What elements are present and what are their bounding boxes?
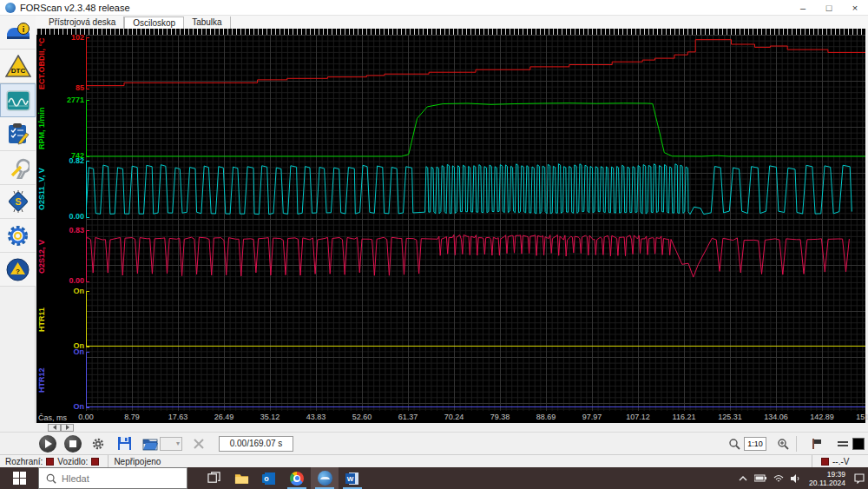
help-icon: ? [6, 258, 30, 281]
stop-button[interactable] [64, 435, 82, 453]
task-view-button[interactable] [200, 467, 227, 489]
channel-max-O2S11: 0.82 [49, 156, 84, 165]
time-tick: 125.31 [714, 413, 746, 421]
clock-date: 20.11.2024 [809, 479, 845, 487]
play-button[interactable] [39, 435, 56, 453]
delete-icon [193, 438, 205, 450]
stop-icon [69, 440, 76, 447]
battery-icon[interactable] [754, 474, 766, 482]
lines-icon [837, 438, 849, 450]
save-button[interactable] [115, 434, 134, 453]
maximize-button[interactable]: □ [816, 0, 842, 16]
title-bar: FORScan v2.3.48 release – □ × [0, 0, 868, 16]
signal-select-dropdown[interactable]: ▾ [160, 437, 182, 451]
sidebar-item-programming[interactable]: S [0, 185, 36, 219]
zoom-in-button[interactable] [773, 434, 792, 453]
action-center-icon[interactable] [854, 473, 865, 484]
minimize-button[interactable]: – [790, 0, 816, 16]
start-button[interactable] [0, 467, 38, 489]
time-tick: 142.89 [806, 413, 838, 421]
zoom-out-icon [728, 438, 741, 451]
background-color-swatch[interactable] [852, 438, 865, 450]
scroll-left-button[interactable] [48, 424, 61, 432]
channel-label-HTR11: HTR11 [37, 291, 49, 347]
sidebar-item-service[interactable] [0, 151, 36, 185]
trace-HTR12 [86, 352, 865, 408]
service-icon [7, 156, 30, 179]
forscan-window: FORScan v2.3.48 release – □ × iDTCS? Pří… [0, 0, 868, 489]
trace-HTR11 [86, 291, 865, 347]
channel-min-O2S12: 0.00 [49, 276, 84, 285]
channel-max-O2S12: 0.83 [49, 226, 84, 235]
sidebar: iDTCS? [0, 16, 36, 467]
time-tick: 0.00 [70, 413, 102, 421]
trace-O2S12 [86, 230, 865, 282]
open-button[interactable] [141, 434, 160, 453]
search-input[interactable] [62, 473, 166, 484]
save-icon [117, 436, 132, 451]
scroll-right-button[interactable] [61, 424, 74, 432]
taskbar-clock[interactable]: 19:39 20.11.2024 [809, 470, 845, 487]
tab-table[interactable]: Tabulka [184, 17, 230, 29]
oscilloscope-toolbar: ▾ 0.00/169.07 s 1:10 [0, 432, 868, 454]
time-tick: 35.12 [254, 413, 286, 421]
marker-button[interactable] [807, 434, 826, 453]
wifi-icon[interactable] [773, 474, 784, 483]
channel-label-HTR12: HTR12 [37, 352, 49, 408]
time-tick: 88.69 [530, 413, 562, 421]
forscan-taskbar-button[interactable] [311, 467, 339, 489]
file-explorer-button[interactable] [227, 467, 255, 489]
word-button[interactable]: W [339, 467, 366, 489]
volume-icon[interactable] [791, 474, 800, 483]
channel-max-HTR11: On [49, 287, 84, 295]
oscilloscope-chart[interactable]: 0.008.7917.6326.4935.1243.8352.6061.3770… [36, 29, 865, 423]
time-tick: 151.74 [852, 413, 868, 421]
sidebar-item-dtc[interactable]: DTC [0, 50, 36, 83]
scope-settings-button[interactable] [89, 434, 108, 453]
sidebar-item-settings[interactable] [0, 219, 36, 253]
delete-signal-button[interactable] [189, 434, 208, 453]
window-title: FORScan v2.3.48 release [20, 3, 130, 13]
folder-icon [234, 472, 249, 485]
time-tick: 17.63 [162, 413, 194, 421]
tab-oscilloscope[interactable]: Osciloskop [124, 17, 184, 29]
channel-label-O2S11: O2S11_V, V [37, 161, 49, 218]
time-tick: 116.21 [668, 413, 700, 421]
svg-text:?: ? [16, 267, 20, 274]
sidebar-item-tests[interactable] [0, 117, 36, 151]
windows-taskbar: o W 19:39 20.11.2024 [0, 467, 868, 489]
word-icon: W [345, 472, 359, 486]
chart-scrollbar [0, 423, 868, 432]
vehicle-status-led [91, 458, 99, 466]
time-ruler [36, 29, 865, 35]
forscan-icon [318, 471, 332, 486]
clock-time: 19:39 [809, 470, 845, 479]
tab-dashboard[interactable]: Přístrojová deska [41, 17, 124, 29]
open-folder-icon [142, 437, 159, 451]
chrome-icon [290, 472, 304, 486]
svg-text:W: W [347, 475, 354, 483]
status-message: Nepřipojeno [114, 457, 161, 466]
sidebar-item-oscilloscope[interactable] [0, 83, 36, 117]
taskbar-search[interactable] [38, 467, 187, 489]
sidebar-item-vehicle-info[interactable]: i [0, 16, 36, 50]
zoom-scale-value[interactable]: 1:10 [744, 437, 766, 451]
time-tick: 26.49 [208, 413, 240, 421]
zoom-out-button[interactable] [725, 434, 744, 453]
search-icon [46, 473, 56, 484]
time-tick: 107.12 [622, 413, 654, 421]
programming-icon: S [7, 190, 30, 213]
sidebar-item-help[interactable]: ? [0, 253, 36, 287]
zoom-in-icon [777, 438, 790, 451]
close-button[interactable]: × [842, 0, 868, 16]
app-icon [5, 3, 16, 13]
time-tick: 61.37 [392, 413, 424, 421]
play-icon [45, 439, 52, 448]
tray-chevron-icon[interactable] [739, 475, 747, 482]
channel-min-HTR12: On [49, 402, 84, 411]
chrome-button[interactable] [283, 467, 311, 489]
trace-O2S11 [86, 161, 865, 218]
grid-style-button[interactable] [833, 434, 852, 453]
interface-label: Rozhraní: [5, 457, 43, 466]
outlook-button[interactable]: o [255, 467, 283, 489]
